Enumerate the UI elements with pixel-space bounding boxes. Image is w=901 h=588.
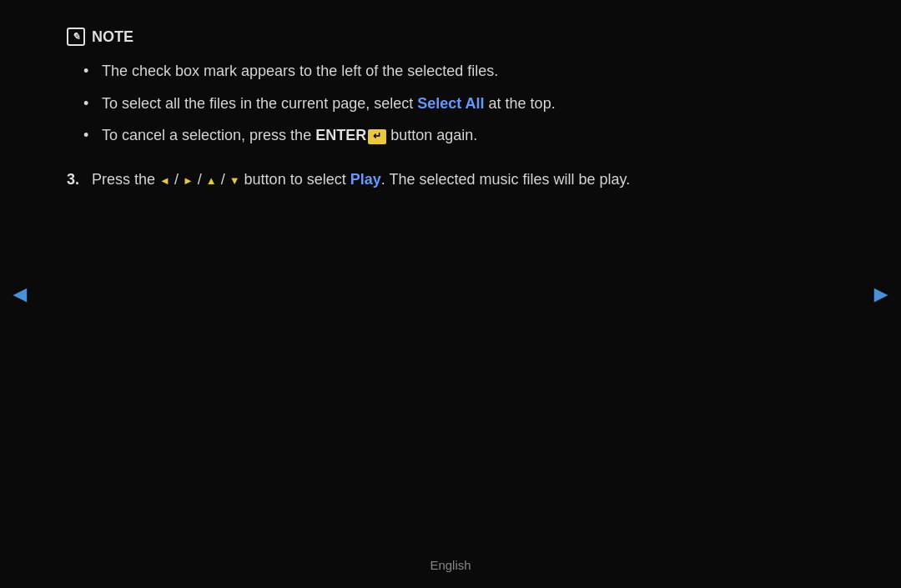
play-link[interactable]: Play bbox=[350, 171, 381, 188]
step3-text-before: Press the bbox=[92, 171, 159, 188]
note-title: NOTE bbox=[92, 25, 133, 49]
main-content: ✎ NOTE The check box mark appears to the… bbox=[67, 17, 834, 200]
step3-text-middle: button to select bbox=[240, 171, 350, 188]
step-number: 3. bbox=[67, 168, 85, 192]
step-content: Press the ◄ / ► / ▲ / ▼ button to select… bbox=[92, 168, 630, 192]
bullet-text-3-before: To cancel a selection, press the bbox=[102, 127, 315, 143]
bullet-list: The check box mark appears to the left o… bbox=[67, 59, 834, 148]
down-arrow-symbol: ▼ bbox=[229, 174, 240, 187]
list-item: To cancel a selection, press the ENTER↵ … bbox=[83, 123, 834, 148]
bullet-text-2-before: To select all the files in the current p… bbox=[102, 95, 417, 112]
language-footer: English bbox=[430, 555, 471, 575]
step-3-section: 3. Press the ◄ / ► / ▲ / ▼ button to sel… bbox=[67, 168, 834, 192]
note-section: ✎ NOTE The check box mark appears to the… bbox=[67, 25, 834, 148]
select-all-link[interactable]: Select All bbox=[417, 95, 484, 112]
bullet-text-2-after: at the top. bbox=[485, 95, 556, 112]
bullet-text-3-after: button again. bbox=[386, 127, 477, 143]
nav-right-arrow[interactable]: ► bbox=[869, 275, 893, 313]
right-arrow-symbol: ► bbox=[183, 174, 194, 187]
left-arrow-symbol: ◄ bbox=[159, 174, 170, 187]
up-arrow-symbol: ▲ bbox=[206, 174, 217, 187]
note-icon: ✎ bbox=[67, 28, 85, 46]
step3-text-after: . The selected music files will be play. bbox=[381, 171, 630, 188]
step3-separator-1: / bbox=[170, 171, 183, 188]
bullet-text-1: The check box mark appears to the left o… bbox=[102, 63, 498, 79]
note-header: ✎ NOTE bbox=[67, 25, 834, 49]
list-item: To select all the files in the current p… bbox=[83, 92, 834, 116]
language-label: English bbox=[430, 558, 471, 572]
step3-separator-2: / bbox=[194, 171, 206, 188]
enter-icon: ↵ bbox=[368, 129, 386, 144]
step3-separator-3: / bbox=[217, 171, 229, 188]
list-item: The check box mark appears to the left o… bbox=[83, 59, 834, 83]
enter-label: ENTER bbox=[315, 127, 366, 143]
nav-left-arrow[interactable]: ◄ bbox=[8, 275, 32, 313]
